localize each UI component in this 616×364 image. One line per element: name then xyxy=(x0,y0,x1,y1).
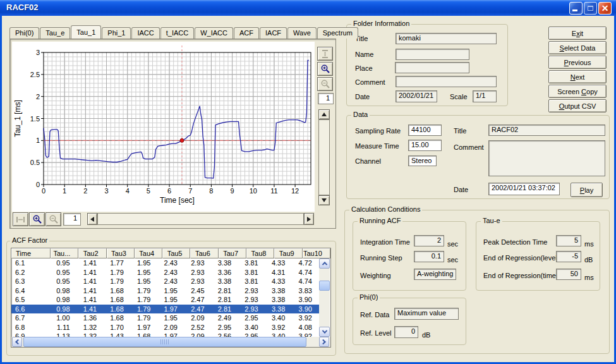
table-vscroll-up-button[interactable] xyxy=(319,258,330,269)
measure-time-field[interactable]: 15.00 xyxy=(408,140,442,151)
table-row-selected[interactable]: 6.60.981.411.681.791.972.472.812.933.383… xyxy=(11,305,320,314)
folder-scale-field[interactable]: 1/1 xyxy=(473,90,497,102)
table-hscroll-left-button[interactable] xyxy=(12,337,22,347)
sampling-rate-field[interactable]: 44100 xyxy=(408,124,442,136)
column-header-tau2[interactable]: Tau2 xyxy=(78,248,106,258)
integration-time-field[interactable]: 2 xyxy=(414,235,444,246)
table-row[interactable]: 6.10.951.411.771.952.432.933.383.814.334… xyxy=(11,258,320,268)
tab-spectrum[interactable]: Spectrum xyxy=(317,27,358,39)
screen-copy-button[interactable]: Screen Copy xyxy=(548,85,607,98)
sampling-rate-label: Sampling Rate xyxy=(355,127,401,135)
chart-hscroll-track[interactable] xyxy=(97,213,304,225)
chart-zoom-out-button[interactable] xyxy=(317,77,333,91)
zoom-out-icon xyxy=(320,79,330,89)
chart-vscroll-up-button[interactable] xyxy=(318,109,330,119)
chart-hscroll-right-button[interactable] xyxy=(304,213,314,225)
column-header-tau4[interactable]: Tau4 xyxy=(135,248,162,258)
peak-detection-time-field[interactable]: 5 xyxy=(556,235,581,246)
svg-text:0: 0 xyxy=(36,181,40,188)
table-vscroll-thumb[interactable] xyxy=(319,281,330,291)
play-button[interactable]: Play xyxy=(571,183,603,197)
maximize-button[interactable] xyxy=(584,2,597,15)
previous-button[interactable]: Previous xyxy=(548,56,607,69)
svg-text:3: 3 xyxy=(104,187,108,195)
time-zoom-in-button[interactable] xyxy=(29,212,45,226)
table-row[interactable]: 6.30.951.411.791.952.432.933.383.814.334… xyxy=(11,277,320,286)
data-title-field[interactable]: RACF02 xyxy=(488,124,605,136)
fit-vertical-button[interactable] xyxy=(317,47,333,61)
tab-tau-e[interactable]: Tau_e xyxy=(40,27,70,39)
end-of-regression-level-field[interactable]: -5 xyxy=(556,251,581,262)
tab-acf[interactable]: ACF xyxy=(234,27,259,39)
column-header-tau[interactable]: Tau... xyxy=(51,248,78,258)
channel-label: Channel xyxy=(355,157,381,165)
table-cell: 1.95 xyxy=(131,277,159,285)
column-header-tau6[interactable]: Tau6 xyxy=(190,248,218,258)
table-row[interactable]: 6.40.981.411.681.791.952.452.812.933.383… xyxy=(11,286,320,296)
folder-place-field[interactable] xyxy=(395,62,469,73)
table-row[interactable]: 6.50.981.411.681.791.952.472.812.933.383… xyxy=(11,295,320,305)
tab-iacf[interactable]: IACF xyxy=(260,27,287,39)
chart-vscroll-down-button[interactable] xyxy=(318,195,330,205)
tab-phi-1[interactable]: Phi_1 xyxy=(102,27,131,39)
horizontal-zoom-level-field[interactable]: 1 xyxy=(63,213,81,226)
column-header-tau9[interactable]: Tau9 xyxy=(274,248,302,258)
time-zoom-out-button[interactable] xyxy=(45,212,61,226)
table-cell: 3.38 xyxy=(266,296,293,303)
folder-date-field[interactable]: 2002/01/21 xyxy=(396,90,437,102)
running-step-field[interactable]: 0.1 xyxy=(414,251,444,262)
tab-t-iacc[interactable]: t_IACC xyxy=(160,27,194,39)
folder-name-field[interactable] xyxy=(396,49,469,60)
minimize-icon xyxy=(572,9,577,11)
folder-comment-field[interactable] xyxy=(396,76,497,87)
column-header-tau5[interactable]: Tau5 xyxy=(162,248,190,258)
ref-level-field[interactable]: 0 xyxy=(394,326,418,338)
chevron-up-icon xyxy=(322,262,327,267)
table-vscroll-down-button[interactable] xyxy=(319,327,330,337)
column-header-tau8[interactable]: Tau8 xyxy=(246,248,274,258)
weighting-field[interactable]: A-weighting xyxy=(414,269,456,280)
next-button[interactable]: Next xyxy=(548,70,607,83)
chart-vscroll-track[interactable] xyxy=(318,119,330,195)
title-bar[interactable]: RACF02 ✕ xyxy=(0,0,616,16)
data-date-field[interactable]: 2002/01/21 03:37:02 xyxy=(488,183,560,195)
tab-wave[interactable]: Wave xyxy=(287,27,317,39)
column-header-tau3[interactable]: Tau3 xyxy=(107,248,135,258)
ref-data-field[interactable]: Maximum value xyxy=(394,308,459,320)
tab-tau-1[interactable]: Tau_1 xyxy=(71,25,101,39)
table-cell: 3.38 xyxy=(266,305,293,313)
table-row[interactable]: 6.20.951.411.791.952.432.933.363.814.314… xyxy=(11,268,320,277)
output-csv-button[interactable]: Output CSV xyxy=(548,99,607,112)
table-row[interactable]: 6.71.001.361.681.791.952.092.492.953.403… xyxy=(11,313,320,323)
tab-phi-0-[interactable]: Phi(0) xyxy=(9,27,39,39)
table-hscroll-thumb[interactable] xyxy=(23,337,306,347)
close-button[interactable]: ✕ xyxy=(598,2,612,15)
table-row[interactable]: 6.91.131.321.431.681.972.092.562.953.403… xyxy=(11,332,320,337)
table-cell: 0.95 xyxy=(51,259,78,267)
column-header-tau7[interactable]: Tau7 xyxy=(219,248,246,258)
folder-title-field[interactable]: komaki xyxy=(396,33,497,44)
folder-information-caption: Folder Information xyxy=(351,20,411,27)
chart-zoom-in-button[interactable] xyxy=(317,62,333,76)
svg-text:3: 3 xyxy=(36,49,40,56)
tab-iacc[interactable]: IACC xyxy=(131,27,159,39)
column-header-tau10[interactable]: Tau10 xyxy=(303,248,330,258)
vertical-zoom-level-field[interactable]: 1 xyxy=(318,93,334,104)
chart-hscroll-left-button[interactable] xyxy=(87,213,97,225)
fit-vertical-icon xyxy=(320,49,330,59)
table-row[interactable]: 6.81.111.321.701.972.092.522.953.403.924… xyxy=(11,323,320,332)
table-cell: 6.6 xyxy=(11,305,51,313)
table-cell: 1.95 xyxy=(158,296,185,303)
fit-horizontal-button[interactable] xyxy=(13,212,28,226)
end-of-regression-time-field[interactable]: 50 xyxy=(556,269,581,280)
column-header-time[interactable]: Time xyxy=(11,248,51,258)
select-data-button[interactable]: Select Data xyxy=(548,41,607,54)
table-hscroll-right-button[interactable] xyxy=(319,337,329,347)
zoom-out-icon xyxy=(49,214,59,224)
table-vscroll-track[interactable] xyxy=(319,258,330,337)
exit-button[interactable]: Exit xyxy=(548,27,607,40)
data-comment-field[interactable] xyxy=(488,140,605,176)
tab-w-iacc[interactable]: W_IACC xyxy=(195,27,233,39)
minimize-button[interactable] xyxy=(569,2,583,15)
channel-field[interactable]: Stereo xyxy=(408,155,437,166)
